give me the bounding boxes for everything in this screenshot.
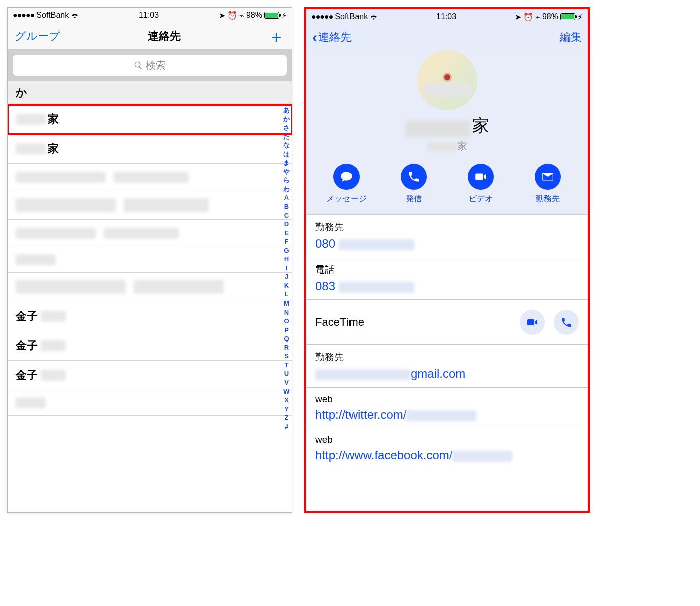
- message-icon: [333, 164, 360, 190]
- index-letter[interactable]: Q: [284, 334, 289, 343]
- index-letter[interactable]: E: [284, 229, 289, 238]
- contact-detail-screen: ●●●●● SoftBank 11:03 ➤ ⏰ ⌁ 98% ⚡︎ ‹ 連絡先 …: [304, 7, 590, 513]
- contact-row[interactable]: 家: [8, 134, 292, 164]
- index-letter[interactable]: P: [284, 326, 289, 335]
- index-letter[interactable]: I: [286, 264, 288, 273]
- battery-icon: [264, 12, 279, 19]
- call-button[interactable]: 発信: [391, 164, 436, 204]
- contact-row[interactable]: 家: [8, 105, 292, 134]
- avatar[interactable]: [417, 50, 477, 110]
- facetime-audio-button[interactable]: [554, 310, 579, 335]
- contact-row[interactable]: [8, 273, 292, 301]
- section-header: か: [8, 81, 292, 105]
- page-title: 連絡先: [148, 29, 181, 44]
- phone-icon: [401, 164, 427, 190]
- groups-button[interactable]: グループ: [15, 29, 60, 44]
- charging-icon: ⚡︎: [281, 11, 287, 20]
- phone-icon: [560, 316, 572, 328]
- index-letter[interactable]: #: [285, 422, 288, 431]
- index-letter[interactable]: ら: [283, 176, 290, 185]
- bluetooth-icon: ⌁: [239, 11, 244, 20]
- index-letter[interactable]: か: [283, 115, 290, 124]
- profile-header: 家 家 メッセージ 発信 ビデオ 勤務先: [306, 50, 588, 215]
- location-icon: ➤: [515, 12, 521, 22]
- facetime-video-button[interactable]: [520, 310, 545, 335]
- index-letter[interactable]: さ: [283, 123, 290, 132]
- phone-item[interactable]: 電話 083: [306, 257, 588, 300]
- index-letter[interactable]: K: [284, 281, 289, 290]
- index-letter[interactable]: や: [283, 167, 290, 176]
- email-work-item[interactable]: 勤務先 gmail.com: [306, 345, 588, 388]
- index-letter[interactable]: D: [284, 220, 289, 229]
- contact-row[interactable]: [8, 390, 292, 416]
- contact-row[interactable]: [8, 247, 292, 273]
- index-letter[interactable]: V: [284, 378, 289, 387]
- bluetooth-icon: ⌁: [535, 12, 540, 22]
- contact-row[interactable]: [8, 164, 292, 191]
- signal-dots-icon: ●●●●●: [13, 11, 34, 20]
- contact-row[interactable]: [8, 220, 292, 247]
- carrier-label: SoftBank: [335, 12, 368, 21]
- nav-bar: グループ 連絡先 ＋: [8, 23, 292, 50]
- contact-row[interactable]: 金子: [8, 331, 292, 361]
- index-letter[interactable]: G: [284, 246, 289, 255]
- contact-name: 家: [306, 114, 588, 137]
- battery-icon: [560, 13, 575, 20]
- chevron-left-icon: ‹: [312, 30, 317, 45]
- index-letter[interactable]: M: [284, 299, 289, 308]
- index-letter[interactable]: な: [283, 141, 290, 150]
- edit-button[interactable]: 編集: [560, 30, 582, 45]
- message-button[interactable]: メッセージ: [324, 164, 369, 204]
- add-contact-button[interactable]: ＋: [268, 28, 285, 45]
- index-letter[interactable]: X: [284, 396, 289, 405]
- index-bar[interactable]: あかさたなはまやらわABCDEFGHIJKLMNOPQRSTUVWXYZ#: [283, 105, 290, 431]
- index-letter[interactable]: B: [284, 202, 289, 211]
- index-letter[interactable]: は: [283, 150, 290, 159]
- facetime-label: FaceTime: [315, 316, 364, 329]
- carrier-label: SoftBank: [36, 11, 69, 20]
- clock: 11:03: [139, 11, 159, 20]
- battery-pct: 98%: [542, 12, 558, 21]
- map-pin-icon: [444, 74, 450, 80]
- wifi-icon: [71, 12, 79, 18]
- phone-work-item[interactable]: 勤務先 080: [306, 215, 588, 257]
- index-letter[interactable]: H: [284, 255, 289, 264]
- search-bar-wrap: 検索: [8, 50, 292, 81]
- video-button[interactable]: ビデオ: [458, 164, 503, 204]
- index-letter[interactable]: あ: [283, 106, 290, 115]
- index-letter[interactable]: Z: [285, 413, 289, 422]
- index-letter[interactable]: O: [284, 317, 289, 326]
- signal-dots-icon: ●●●●●: [311, 12, 333, 21]
- search-icon: [134, 61, 143, 70]
- index-letter[interactable]: Y: [284, 405, 289, 414]
- index-letter[interactable]: わ: [283, 185, 290, 194]
- index-letter[interactable]: た: [283, 132, 290, 141]
- index-letter[interactable]: A: [284, 193, 289, 202]
- index-letter[interactable]: L: [285, 290, 289, 299]
- index-letter[interactable]: F: [285, 237, 289, 246]
- status-bar: ●●●●● SoftBank 11:03 ➤ ⏰ ⌁ 98% ⚡︎: [306, 9, 588, 24]
- index-letter[interactable]: N: [284, 308, 289, 317]
- index-letter[interactable]: W: [283, 387, 289, 396]
- index-letter[interactable]: ま: [283, 158, 290, 167]
- contact-row[interactable]: [8, 191, 292, 220]
- video-icon: [526, 316, 538, 328]
- quick-actions: メッセージ 発信 ビデオ 勤務先: [306, 164, 588, 204]
- contact-row[interactable]: 金子: [8, 361, 292, 390]
- charging-icon: ⚡︎: [577, 12, 583, 22]
- web-item[interactable]: web http://www.facebook.com/: [306, 428, 588, 468]
- web-item[interactable]: web http://twitter.com/: [306, 388, 588, 428]
- index-letter[interactable]: J: [285, 272, 288, 281]
- back-button[interactable]: ‹ 連絡先: [312, 30, 352, 45]
- contacts-list-screen: ●●●●● SoftBank 11:03 ➤ ⏰ ⌁ 98% ⚡︎ グループ 連…: [7, 7, 292, 513]
- nav-bar: ‹ 連絡先 編集: [306, 24, 588, 50]
- index-letter[interactable]: R: [284, 343, 289, 352]
- search-input[interactable]: 検索: [13, 55, 287, 76]
- index-letter[interactable]: S: [284, 352, 289, 361]
- mail-button[interactable]: 勤務先: [525, 164, 570, 204]
- contact-row[interactable]: 金子: [8, 301, 292, 331]
- index-letter[interactable]: T: [285, 361, 289, 370]
- index-letter[interactable]: C: [284, 211, 289, 220]
- index-letter[interactable]: U: [284, 369, 289, 378]
- video-icon: [468, 164, 494, 190]
